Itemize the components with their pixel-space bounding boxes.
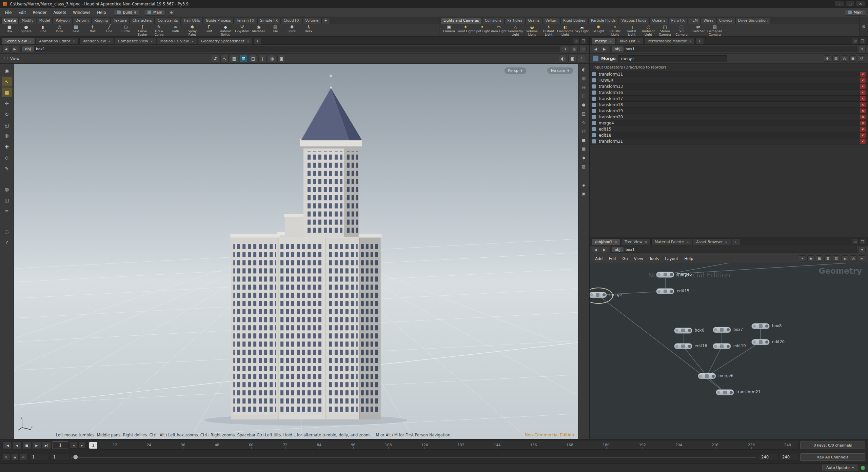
close-tab-icon[interactable]: ✕ [610,40,612,43]
grid-snap-icon[interactable]: ⊞ [824,255,831,262]
jump-end-button[interactable]: ▶| [42,441,51,449]
menu-edit[interactable]: Edit [15,9,29,16]
help-tool[interactable]: ? [2,237,12,247]
shelf-tab-particles[interactable]: Particles [505,18,525,24]
pane-max-icon[interactable]: ▣ [568,55,576,62]
display-flag-icon[interactable] [688,345,691,348]
bypass-flag-icon[interactable] [717,391,720,394]
bypass-flag-icon[interactable] [714,328,717,331]
pane-tab-tree-view[interactable]: Tree View✕ [621,238,651,245]
find-node-icon[interactable]: ◎ [850,255,857,262]
node-body[interactable] [656,272,674,278]
input-row-transform17[interactable]: transform17✕ [590,96,868,102]
shelf-tab-lights-and-cameras[interactable]: Lights and Cameras [441,18,482,24]
input-row-tower[interactable]: TOWER✕ [590,77,868,83]
shelf-tool-area-light[interactable]: ▭Area Light [491,24,507,36]
move-tool[interactable]: ✛ [2,98,12,108]
shelf-tool-sphere[interactable]: ●Sphere [18,24,34,36]
layout-nodes-icon[interactable]: ▦ [816,255,823,262]
search-icon[interactable]: ◎ [841,55,848,62]
pose-tool[interactable]: ✜ [2,131,12,141]
pane-maximize-icon[interactable]: ❐ [859,239,866,245]
breadcrumb-context[interactable]: obj [612,46,624,52]
display-flag-icon[interactable] [765,324,768,328]
revert-icon[interactable]: ↺ [858,55,865,62]
close-tab-icon[interactable]: ✕ [686,240,689,244]
shelf-tab-cloud-fx[interactable]: Cloud FX [281,18,302,24]
network-menu-edit[interactable]: Edit [606,255,619,262]
input-row-transform21[interactable]: transform21✕ [590,138,868,144]
display-normals-icon[interactable]: ◎ [580,83,588,91]
node-body[interactable] [751,339,770,345]
display-flag-icon[interactable] [765,340,768,343]
info-tool[interactable]: ◌ [2,227,12,236]
node-body[interactable] [656,288,674,294]
node-body[interactable] [674,343,692,349]
menu-help[interactable]: Help [94,9,109,16]
pane-tab-scene-view[interactable]: Scene View✕ [2,38,35,44]
playback-options-icon[interactable]: ↖ [3,454,10,460]
remove-input-button[interactable]: ✕ [860,102,866,107]
align-tool[interactable]: ≡ [2,206,12,216]
remove-input-button[interactable]: ✕ [860,133,866,138]
bypass-flag-icon[interactable] [753,340,756,343]
viewport-canvas[interactable]: Persp ▼ No cam ▼ Left mouse tumbles. Mid… [14,64,578,439]
bypass-flag-icon[interactable] [657,290,660,293]
close-tab-icon[interactable]: ✕ [191,40,194,43]
node-body[interactable] [698,373,716,379]
display-flag-icon[interactable] [730,391,733,394]
remove-input-button[interactable]: ✕ [860,84,866,89]
desktop-tab-main[interactable]: Main [144,9,165,16]
input-row-edit18[interactable]: edit18✕ [590,132,868,138]
network-path-field[interactable]: obj box1 [610,247,857,253]
lock-icon[interactable]: ▣ [849,55,856,62]
shelf-tool-environment-light[interactable]: ◐Environment Light [557,24,573,36]
construction-plane-icon[interactable]: ◎ [268,55,276,62]
shelf-tool-distant-light[interactable]: ☀Distant Light [540,24,557,36]
bypass-flag-icon[interactable] [675,329,678,332]
shelf-tool-spot-light[interactable]: ✦Spot Light [474,24,490,36]
breadcrumb-node[interactable]: box1 [626,47,635,51]
remove-input-button[interactable]: ✕ [860,115,866,119]
snapshot-icon[interactable]: ▣ [580,190,588,198]
mirror-tool[interactable]: ◫ [2,195,12,205]
shelf-tool-ambient-light[interactable]: ○Ambient Light [640,24,656,36]
new-shelf-tab-button[interactable]: + [321,18,330,24]
scale-tool[interactable]: ◱ [2,120,12,130]
display-shaded-icon[interactable]: ◐ [580,65,588,73]
node-body[interactable] [590,292,607,298]
shelf-tool-helix[interactable]: §Helix [300,24,317,36]
input-row-merge4[interactable]: merge4✕ [590,120,868,126]
param-path-field[interactable]: obj box1 [610,46,857,52]
range-slider[interactable] [71,454,756,460]
stop-button[interactable]: ■ [22,441,31,449]
pane-menu-icon[interactable]: ⋮ [578,55,586,62]
display-flag-icon[interactable] [688,329,691,332]
maximize-button[interactable]: ▢ [845,1,855,7]
shelf-tool-volume-light[interactable]: ◒Volume Light [524,24,540,36]
bypass-flag-icon[interactable] [699,375,702,378]
shelf-tool-tube[interactable]: ▮Tube [35,24,51,36]
shelf-tab-simple-fx[interactable]: Simple FX [257,18,280,24]
shelf-tool-point-light[interactable]: ✷Point Light [457,24,474,36]
node-body[interactable] [713,343,731,349]
pane-maximize-icon[interactable]: ❐ [859,38,866,44]
desktop-spinner-icon[interactable]: ▲▼ [134,11,136,14]
bypass-flag-icon[interactable] [753,324,756,328]
breadcrumb-node[interactable]: box1 [36,47,45,51]
shelf-tool-file[interactable]: ▤File [267,24,283,36]
display-flag-icon[interactable] [712,375,715,378]
paint-tool[interactable]: ✎ [2,163,12,173]
network-editor-canvas[interactable]: Non-Commercial Edition Geometry merge5ed… [590,263,868,439]
pane-split-icon[interactable]: ⊞ [573,38,579,44]
pane-tab-performance-monitor[interactable]: Performance Monitor✕ [644,38,695,44]
close-tab-icon[interactable]: ✕ [638,40,640,43]
rotate-tool[interactable]: ↻ [2,109,12,119]
forward-icon[interactable]: ▶ [601,247,608,253]
step-forward-button[interactable]: ▸ [78,442,86,449]
select-objects-tool[interactable]: ↖ [2,77,12,86]
network-menu-tools[interactable]: Tools [647,255,662,262]
shelf-tool-grid[interactable]: ▦Grid [68,24,84,36]
sculpt-tool[interactable]: ◍ [2,184,12,194]
path-split-icon[interactable]: ⊞ [579,46,587,52]
